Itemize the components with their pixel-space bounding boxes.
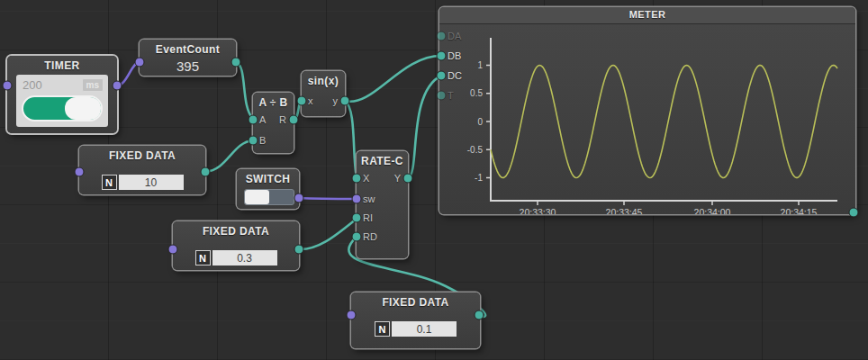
y-tick-label: 1 [477,60,483,70]
fixed-data-1-row: N10 [79,175,205,190]
port-divide-b[interactable] [249,136,258,146]
y-tick-label: 0.5 [470,88,483,98]
node-fixed-data-1[interactable]: FIXED DATAN10 [79,146,205,194]
fixed-data-3-value-input[interactable]: 0.1 [392,321,457,337]
port-fixed1-out[interactable] [201,167,211,177]
node-sin[interactable]: sin(x) [302,71,345,116]
fixed-data-2-type-badge[interactable]: N [195,250,211,266]
y-tick-label: 0 [477,117,483,127]
switch-toggle-off[interactable] [244,189,294,205]
port-divide-r[interactable] [289,115,299,125]
port-divide-a[interactable] [249,115,258,125]
port-eventcount-in[interactable] [135,58,145,68]
wire-eventcount-to-divide-a[interactable] [236,62,253,119]
y-tick-label: -1 [475,173,483,183]
chart-axes [491,38,837,201]
node-title-sin: sin(x) [302,75,345,87]
switch-toggle-knob [245,190,269,204]
port-ratec-rd[interactable] [352,232,362,242]
fixed-data-1-type-badge[interactable]: N [102,175,117,190]
fixed-data-1-value-input[interactable]: 10 [119,175,184,190]
wire-fixed2-to-ratec-ri[interactable] [299,219,357,249]
fixed-data-3-type-badge[interactable]: N [375,321,390,337]
fixed-data-3-row: N0.1 [351,321,480,337]
node-title-fixed-data-3: FIXED DATA [351,296,480,309]
node-graph-canvas[interactable]: TIMER200msEventCount395FIXED DATAN10A ÷ … [0,0,868,360]
port-fixed2-in[interactable] [168,245,178,255]
port-ratec-sw[interactable] [352,194,362,204]
node-divide[interactable]: A ÷ B [253,93,294,153]
node-title-timer: TIMER [7,59,117,72]
event-count-value: 395 [140,58,236,74]
wire-sin-y-to-meter-db[interactable] [345,56,441,102]
port-sin-y[interactable] [340,96,350,106]
node-switch[interactable]: SWITCH [237,169,299,209]
port-ratec-ri[interactable] [352,213,362,223]
timer-unit-label: ms [82,78,104,92]
port-switch-out[interactable] [294,194,304,203]
port-ratec-y[interactable] [403,174,413,184]
port-fixed1-in[interactable] [75,167,85,177]
node-rate-c[interactable]: RATE-C [357,151,408,258]
x-tick-label: 20:33:30 [520,207,556,214]
port-meter-resize-handle[interactable] [849,208,859,218]
node-title-fixed-data-1: FIXED DATA [79,149,205,162]
node-title-rate-c: RATE-C [357,155,408,167]
node-title-fixed-data-2: FIXED DATA [173,225,299,238]
port-ratec-x[interactable] [352,174,362,184]
node-title-event-count: EventCount [140,43,236,56]
timer-toggle-on[interactable] [22,95,103,122]
node-meter[interactable]: METER10.50-0.5-120:33:3020:33:4520:34:00… [439,7,855,214]
x-tick-label: 20:33:45 [606,207,643,214]
meter-chart: 10.50-0.5-120:33:3020:33:4520:34:0020:34… [439,7,855,214]
node-title-divide: A ÷ B [253,96,294,109]
node-timer[interactable]: TIMER200ms [7,56,117,133]
wire-ratec-y-to-meter-dc[interactable] [408,76,441,178]
port-eventcount-out[interactable] [231,58,241,68]
timer-settings-panel: 200ms [16,75,108,127]
port-meter-dc[interactable] [437,71,447,81]
port-sin-x[interactable] [297,96,307,106]
node-title-switch: SWITCH [237,173,299,185]
fixed-data-2-value-input[interactable]: 0.3 [212,250,277,266]
port-meter-da[interactable] [437,32,447,41]
x-tick-label: 20:34:00 [694,207,731,214]
wire-fixed1-to-divide-b[interactable] [205,140,253,172]
port-fixed3-out[interactable] [475,310,484,320]
port-timer-in[interactable] [3,81,13,91]
timer-interval-input[interactable]: 200 [23,78,42,92]
wire-sin-y-to-ratec-x[interactable] [345,101,357,177]
wire-switch-to-ratec-sw[interactable] [299,198,357,199]
node-event-count[interactable]: EventCount395 [140,40,236,76]
port-meter-db[interactable] [437,51,447,61]
port-timer-out[interactable] [113,81,122,91]
node-fixed-data-2[interactable]: FIXED DATAN0.3 [173,221,299,270]
y-tick-label: -0.5 [467,145,484,155]
node-fixed-data-3[interactable]: FIXED DATAN0.1 [351,292,480,348]
x-tick-label: 20:34:15 [781,207,818,214]
port-fixed3-in[interactable] [347,310,357,320]
port-fixed2-out[interactable] [294,245,304,255]
meter-signal-trace [491,66,837,178]
fixed-data-2-row: N0.3 [173,250,299,266]
timer-toggle-knob [65,97,101,120]
port-meter-t[interactable] [437,91,447,101]
